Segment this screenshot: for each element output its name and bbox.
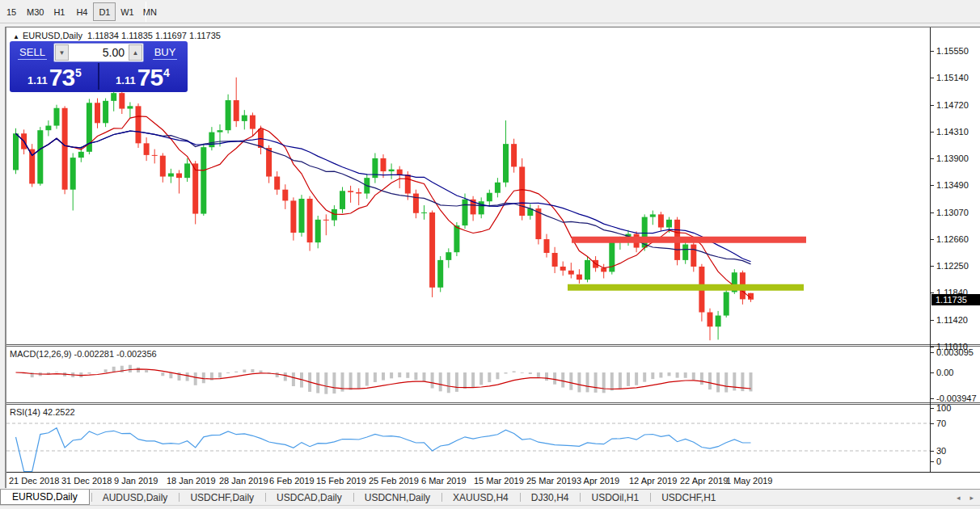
rsi-axis-label: 30: [936, 446, 946, 456]
buy-price-display[interactable]: 1.11 75 4: [99, 63, 186, 90]
chart-ohlc-values: 1.11834 1.11835 1.11697 1.11735: [87, 31, 221, 40]
tab-scroll-right-icon[interactable]: ▸: [969, 494, 974, 502]
chart-tab-AUDUSD-Daily[interactable]: AUDUSD,Daily: [91, 490, 180, 505]
date-axis-label: 6 Feb 2019: [269, 476, 315, 486]
price-axis-label: 1.13070: [936, 208, 969, 217]
sell-price-prefix: 1.11: [27, 74, 48, 86]
buy-price-big-digits: 75: [137, 66, 163, 89]
date-axis-label: 6 Mar 2019: [421, 476, 467, 486]
date-axis-label: 28 Jan 2019: [219, 476, 268, 486]
axis-tick: [931, 461, 934, 462]
date-axis-label: 31 Dec 2018: [61, 476, 112, 486]
buy-price-prefix: 1.11: [116, 74, 136, 86]
sell-price-pip-digit: 5: [75, 66, 82, 79]
price-axis-label: 1.12250: [936, 261, 969, 271]
macd-axis-label: -0.003947: [936, 393, 977, 403]
timeframe-button-H4[interactable]: H4: [70, 2, 93, 21]
date-axis-label: 25 Mar 2019: [526, 476, 577, 486]
one-click-trading-panel: SELL ▼ 5.00 ▲ BUY 1.11 73 5 1.: [10, 41, 188, 92]
date-axis-label: 15 Mar 2019: [474, 476, 524, 486]
timeframe-button-15[interactable]: 15: [0, 2, 23, 21]
caret-down-icon: ▼: [59, 49, 65, 57]
price-axis-label: 1.13490: [936, 180, 969, 190]
axis-tick: [931, 320, 934, 321]
macd-indicator-label: MACD(12,26,9) -0.002281 -0.002356: [10, 349, 157, 359]
axis-tick: [931, 212, 934, 213]
axis-tick: [931, 408, 934, 409]
chart-tab-USDOil-H1[interactable]: USDOil,H1: [580, 490, 650, 505]
price-axis-label: 1.14310: [936, 127, 969, 137]
toolbar-separator: [146, 2, 146, 22]
volume-increase-button[interactable]: ▲: [129, 44, 142, 61]
timeframe-button-H1[interactable]: H1: [48, 2, 70, 21]
axis-tick: [931, 347, 934, 347]
timeframe-button-MN[interactable]: MN: [138, 2, 161, 21]
price-axis-label: 1.14720: [936, 100, 969, 110]
price-axis-label: 1.15550: [936, 46, 969, 56]
rsi-indicator-label: RSI(14) 42.2522: [10, 407, 75, 417]
sell-button[interactable]: SELL: [11, 43, 53, 62]
volume-input[interactable]: 5.00: [70, 46, 128, 59]
price-axis-label: 1.15140: [936, 73, 969, 82]
axis-tick: [931, 158, 934, 159]
axis-tick: [931, 51, 934, 52]
chart-tab-DJ30-H4[interactable]: DJ30,H4: [520, 490, 581, 505]
date-axis-label: 21 Dec 2018: [9, 476, 59, 486]
price-axis-label: 1.13900: [936, 154, 969, 163]
collapse-trade-panel-icon[interactable]: ▲: [13, 33, 19, 40]
date-axis-label: 9 Jan 2019: [114, 476, 158, 486]
date-axis-label: 22 Apr 2019: [680, 476, 728, 486]
axis-tick: [931, 423, 934, 424]
rsi-pane[interactable]: [6, 405, 930, 472]
axis-tick: [931, 266, 934, 267]
current-price-tag: 1.11735: [931, 294, 980, 305]
tab-scroll-left-icon[interactable]: ◂: [957, 494, 961, 502]
chart-tab-USDCHF-Daily[interactable]: USDCHF,Daily: [179, 490, 265, 505]
date-axis[interactable]: 21 Dec 201831 Dec 20189 Jan 201918 Jan 2…: [6, 473, 980, 489]
date-axis-label: 1 May 2019: [726, 476, 772, 486]
axis-tick: [931, 372, 934, 373]
buy-button[interactable]: BUY: [144, 43, 186, 62]
timeframe-button-D1[interactable]: D1: [93, 2, 116, 21]
volume-box: ▼ 5.00 ▲: [53, 43, 144, 62]
chart-tab-USDCNH-Daily[interactable]: USDCNH,Daily: [353, 490, 441, 505]
price-axis-line: [930, 27, 931, 472]
axis-tick: [931, 451, 934, 452]
sell-price-display[interactable]: 1.11 73 5: [11, 63, 99, 90]
rsi-axis-label: 100: [936, 403, 951, 413]
date-axis-label: 25 Feb 2019: [369, 476, 419, 486]
volume-decrease-button[interactable]: ▼: [55, 44, 69, 61]
rsi-axis-label: 0: [936, 456, 941, 466]
caret-up-icon: ▲: [133, 49, 139, 57]
axis-tick: [931, 352, 934, 353]
rsi-axis-label: 70: [936, 419, 946, 428]
chart-tab-EURUSD-Daily[interactable]: EURUSD,Daily: [0, 490, 90, 505]
chart-header: ▲EURUSD,Daily 1.11834 1.11835 1.11697 1.…: [13, 31, 221, 40]
macd-axis-label: 0.003095: [936, 347, 974, 357]
axis-tick: [931, 239, 934, 240]
chart-tab-XAUUSD-H4[interactable]: XAUUSD,H4: [441, 490, 520, 505]
sell-price-big-digits: 73: [49, 66, 74, 89]
chart-tab-USDCAD-Daily[interactable]: USDCAD,Daily: [265, 490, 353, 505]
timeframe-toolbar: 15M30H1H4D1W1MN: [0, 0, 980, 23]
date-axis-label: 3 Apr 2019: [577, 476, 619, 486]
date-axis-label: 18 Jan 2019: [167, 476, 216, 486]
chart-window: ▲EURUSD,Daily 1.11834 1.11835 1.11697 1.…: [5, 27, 980, 488]
chart-tab-bar: EURUSD,DailyAUDUSD,DailyUSDCHF,DailyUSDC…: [0, 489, 980, 505]
sell-button-label: SELL: [18, 46, 47, 60]
status-strip: [0, 505, 980, 509]
axis-tick: [931, 78, 934, 78]
buy-price-pip-digit: 4: [163, 66, 170, 79]
timeframe-button-W1[interactable]: W1: [116, 2, 138, 21]
axis-tick: [931, 398, 934, 399]
chart-symbol-label: EURUSD,Daily: [23, 31, 82, 40]
date-axis-label: 12 Apr 2019: [629, 476, 677, 486]
tab-scroll-nav: ◂ ▸: [957, 490, 974, 506]
axis-tick: [931, 132, 934, 133]
axis-tick: [931, 105, 934, 106]
price-axis-label: 1.12660: [936, 234, 969, 244]
buy-button-label: BUY: [153, 46, 178, 60]
macd-axis-label: 0.00: [936, 368, 953, 377]
chart-tab-USDCHF-H1[interactable]: USDCHF,H1: [650, 490, 727, 505]
timeframe-button-M30[interactable]: M30: [23, 2, 48, 21]
